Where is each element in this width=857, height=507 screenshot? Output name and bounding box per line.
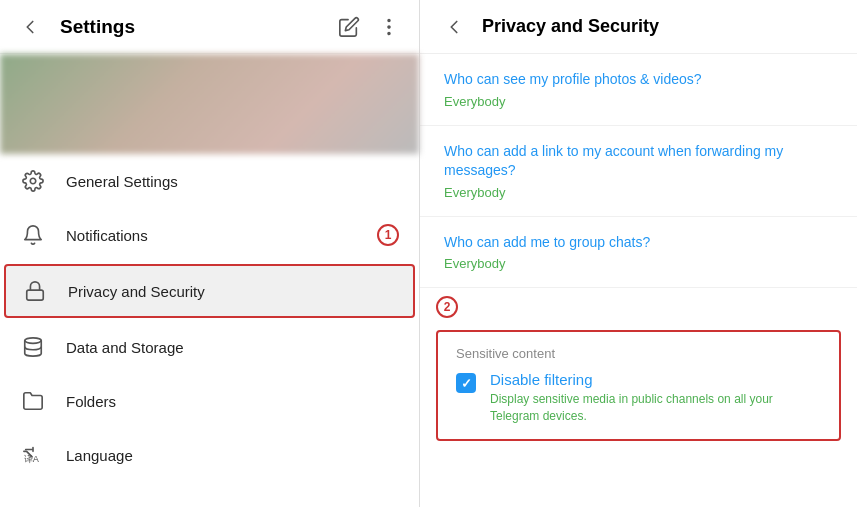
privacy-item-photos[interactable]: Who can see my profile photos & videos? … [420,54,857,126]
svg-rect-4 [27,290,44,300]
sidebar-item-general[interactable]: General Settings [0,154,419,208]
right-header: Privacy and Security [420,0,857,54]
svg-point-1 [388,26,390,28]
general-label: General Settings [66,173,399,190]
disable-filtering-checkbox[interactable]: ✓ [456,373,476,393]
sensitive-step-badge: 2 [436,296,458,318]
svg-text:译A: 译A [24,454,40,464]
privacy-label: Privacy and Security [68,283,397,300]
folders-label: Folders [66,393,399,410]
folder-icon [20,388,46,414]
edit-button[interactable] [335,13,363,41]
right-back-button[interactable] [440,13,468,41]
left-panel: Settings General Settings Not [0,0,420,507]
privacy-answer-2: Everybody [444,185,833,200]
bell-icon [20,222,46,248]
profile-banner [0,54,419,154]
privacy-answer-3: Everybody [444,256,833,271]
right-panel: Privacy and Security Who can see my prof… [420,0,857,507]
sensitive-item: ✓ Disable filtering Display sensitive me… [456,371,821,425]
privacy-question-2: Who can add a link to my account when fo… [444,142,833,181]
gear-icon [20,168,46,194]
right-content: Who can see my profile photos & videos? … [420,54,857,507]
svg-point-3 [30,178,36,184]
sidebar-item-data[interactable]: Data and Storage [0,320,419,374]
svg-point-0 [388,19,390,21]
sensitive-section-title: Sensitive content [456,346,821,361]
database-icon [20,334,46,360]
sidebar-item-folders[interactable]: Folders [0,374,419,428]
notifications-label: Notifications [66,227,357,244]
sensitive-description: Display sensitive media in public channe… [490,391,821,425]
menu-list: General Settings Notifications 1 Privacy… [0,154,419,507]
checkbox-checked[interactable]: ✓ [456,373,476,393]
privacy-item-forwarding[interactable]: Who can add a link to my account when fo… [420,126,857,217]
lock-icon [22,278,48,304]
privacy-item-groups[interactable]: Who can add me to group chats? Everybody [420,217,857,289]
sensitive-label: Disable filtering [490,371,821,388]
svg-point-2 [388,32,390,34]
sidebar-item-privacy[interactable]: Privacy and Security [4,264,415,318]
left-header: Settings [0,0,419,54]
svg-point-5 [25,338,42,344]
sidebar-item-language[interactable]: 译A Language [0,428,419,482]
header-icons [335,13,403,41]
sensitive-text: Disable filtering Display sensitive medi… [490,371,821,425]
left-header-left: Settings [16,13,135,41]
privacy-question-3: Who can add me to group chats? [444,233,833,253]
sidebar-item-notifications[interactable]: Notifications 1 [0,208,419,262]
back-button[interactable] [16,13,44,41]
privacy-answer-1: Everybody [444,94,833,109]
data-label: Data and Storage [66,339,399,356]
language-label: Language [66,447,399,464]
privacy-question-1: Who can see my profile photos & videos? [444,70,833,90]
settings-title: Settings [60,16,135,38]
translate-icon: 译A [20,442,46,468]
right-title: Privacy and Security [482,16,659,37]
more-button[interactable] [375,13,403,41]
check-icon: ✓ [461,376,472,391]
sensitive-content-section: Sensitive content ✓ Disable filtering Di… [436,330,841,441]
notification-step-badge: 1 [377,224,399,246]
